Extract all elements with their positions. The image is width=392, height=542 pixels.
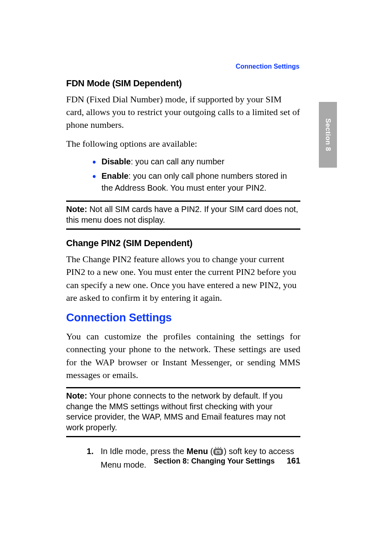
step-text: ( (208, 447, 213, 456)
option-text: : you can call any number (131, 157, 224, 166)
running-header: Connection Settings (235, 63, 300, 70)
note-text: Note: Your phone connects to the network… (66, 391, 300, 433)
content-area: FDN Mode (SIM Dependent) FDN (Fixed Dial… (66, 78, 300, 471)
fdn-paragraph-2: The following options are available: (66, 137, 300, 150)
fdn-option-enable: Enable: you can only call phone numbers … (92, 170, 300, 194)
step-text: In Idle mode, press the (101, 447, 187, 456)
option-label: Disable (101, 157, 131, 166)
fdn-option-disable: Disable: you can call any number (92, 156, 300, 168)
page: Connection Settings Section 8 FDN Mode (… (0, 0, 392, 542)
fdn-heading: FDN Mode (SIM Dependent) (66, 78, 300, 89)
note-body: Your phone connects to the network by de… (66, 391, 286, 432)
svg-point-1 (218, 447, 219, 448)
note-label: Note: (66, 205, 87, 214)
option-label: Enable (101, 171, 129, 180)
note-box-2: Note: Your phone connects to the network… (66, 387, 300, 437)
section-tab: Section 8 (319, 102, 337, 168)
page-footer: Section 8: Changing Your Settings 161 (66, 456, 300, 466)
note-text: Note: Not all SIM cards have a PIN2. If … (66, 204, 300, 225)
connection-paragraph: You can customize the profiles containin… (66, 330, 300, 381)
fdn-options-list: Disable: you can call any number Enable:… (66, 156, 300, 194)
page-number: 161 (287, 456, 300, 466)
note-label: Note: (66, 391, 87, 400)
menu-label: Menu (187, 447, 208, 456)
connection-settings-heading: Connection Settings (66, 311, 300, 324)
footer-section: Section 8: Changing Your Settings (154, 457, 274, 465)
note-body: Not all SIM cards have a PIN2. If your S… (66, 205, 298, 224)
svg-point-0 (215, 447, 216, 448)
option-text: : you can only call phone numbers stored… (101, 171, 287, 192)
note-box-1: Note: Not all SIM cards have a PIN2. If … (66, 201, 300, 230)
svg-text:N: N (217, 450, 220, 454)
svg-point-2 (220, 447, 221, 448)
section-tab-label: Section 8 (324, 118, 332, 151)
pin2-paragraph: The Change PIN2 feature allows you to ch… (66, 253, 300, 304)
fdn-paragraph-1: FDN (Fixed Dial Number) mode, if support… (66, 93, 300, 131)
pin2-heading: Change PIN2 (SIM Dependent) (66, 238, 300, 249)
